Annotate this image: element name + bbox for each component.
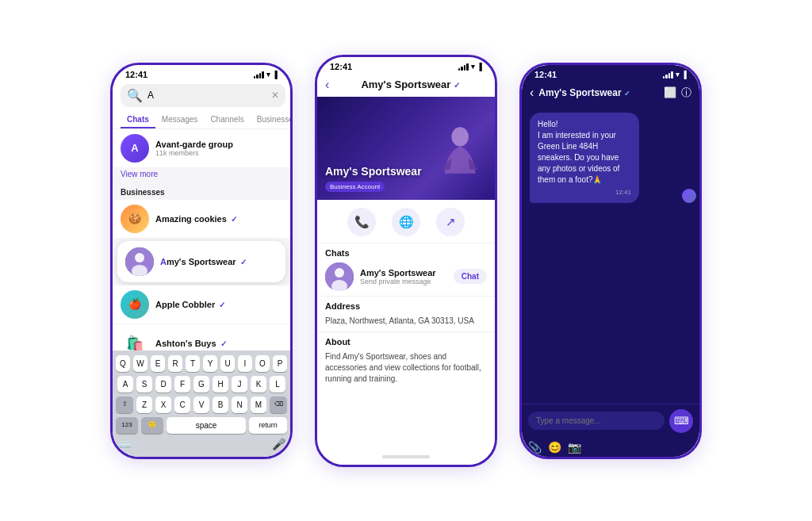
- status-time-3: 12:41: [534, 70, 557, 79]
- view-more[interactable]: View more: [113, 168, 290, 182]
- video-icon[interactable]: ⬜: [664, 86, 676, 98]
- profile-title: Amy's Sportswear ✓: [334, 79, 487, 90]
- chat-back-button[interactable]: ‹: [530, 86, 534, 100]
- key-f[interactable]: F: [174, 376, 190, 393]
- item-info-cobbler: Apple Cobbler ✓: [155, 300, 282, 309]
- call-button[interactable]: 📞: [347, 208, 376, 236]
- item-name-cobbler: Apple Cobbler ✓: [155, 300, 282, 309]
- key-z[interactable]: Z: [136, 396, 152, 413]
- svg-point-1: [135, 253, 144, 262]
- key-s[interactable]: S: [136, 376, 152, 393]
- list-item[interactable]: 🛍️ Ashton's Buys ✓: [113, 324, 290, 351]
- key-u[interactable]: U: [220, 355, 235, 372]
- attachment-icon[interactable]: 📎: [528, 441, 542, 454]
- chat-input[interactable]: [528, 412, 665, 430]
- home-indicator: [317, 449, 495, 465]
- key-delete[interactable]: ⌫: [270, 396, 287, 413]
- tab-messages[interactable]: Messages: [155, 112, 205, 128]
- chat-input-area: ⌨: [522, 404, 699, 438]
- name-highlight: A: [160, 257, 167, 266]
- key-g[interactable]: G: [193, 376, 209, 393]
- avatar-sportswear: [125, 247, 154, 276]
- share-button[interactable]: ↗: [436, 208, 465, 236]
- list-item[interactable]: 🍎 Apple Cobbler ✓: [113, 285, 290, 324]
- wifi-icon-1: ▾: [266, 71, 270, 79]
- wifi-icon-3: ▾: [676, 71, 680, 79]
- message-wrapper: Hello! I am interested in your Green Lin…: [530, 113, 691, 203]
- battery-icon-1: ▐: [273, 71, 278, 79]
- chats-section-label: Chats: [325, 248, 487, 258]
- camera-icon[interactable]: 📷: [568, 441, 581, 454]
- key-h[interactable]: H: [213, 376, 228, 393]
- item-name-buys: Ashton's Buys ✓: [155, 339, 282, 348]
- about-label: About: [325, 337, 487, 347]
- key-n[interactable]: N: [232, 396, 247, 413]
- key-l[interactable]: L: [270, 376, 285, 393]
- status-bar-3: 12:41 ▾ ▐: [522, 65, 699, 81]
- keyboard-row-3: ⇧ Z X C V B N M ⌫: [116, 396, 287, 413]
- hero-text-overlay: Amy's Sportswear Business Account: [325, 165, 422, 192]
- send-button[interactable]: ⌨: [669, 409, 693, 433]
- key-b[interactable]: B: [213, 396, 228, 413]
- clear-icon[interactable]: ✕: [271, 90, 279, 101]
- key-return[interactable]: return: [249, 417, 287, 434]
- keyboard[interactable]: Q W E R T Y U I O P A S D F G H: [113, 351, 290, 457]
- key-w[interactable]: W: [133, 355, 147, 372]
- businesses-label: Businesses: [113, 182, 290, 200]
- list-item-sportswear[interactable]: Amy's Sportswear ✓: [117, 241, 285, 282]
- profile-header: ‹ Amy's Sportswear ✓: [317, 73, 495, 97]
- key-shift[interactable]: ⇧: [116, 396, 133, 413]
- list-item[interactable]: 🍪 Amazing cookies ✓: [113, 200, 290, 238]
- phone-search: 12:41 ▾ ▐ 🔍 ✕ Cancel: [110, 63, 293, 459]
- search-header: 🔍 ✕ Cancel: [113, 81, 290, 107]
- search-input[interactable]: [147, 90, 266, 101]
- key-p[interactable]: P: [273, 355, 287, 372]
- key-a[interactable]: A: [117, 376, 133, 393]
- web-button[interactable]: 🌐: [392, 208, 420, 236]
- key-k[interactable]: K: [251, 376, 266, 393]
- item-info-avant: Avant-garde group 11k members: [155, 140, 282, 157]
- key-m[interactable]: M: [251, 396, 266, 413]
- item-info-sportswear: Amy's Sportswear ✓: [160, 257, 278, 266]
- name-rest: my's Sportswear: [167, 257, 236, 266]
- key-i[interactable]: I: [238, 355, 252, 372]
- status-bar-1: 12:41 ▾ ▐: [113, 65, 290, 81]
- back-button[interactable]: ‹: [325, 78, 329, 92]
- key-e[interactable]: E: [151, 355, 165, 372]
- tab-channels[interactable]: Channels: [204, 112, 250, 128]
- avatar-avant: A: [121, 134, 149, 163]
- key-q[interactable]: Q: [116, 355, 130, 372]
- verified-check: ✓: [219, 301, 225, 309]
- key-c[interactable]: C: [174, 396, 190, 413]
- key-x[interactable]: X: [155, 396, 171, 413]
- key-v[interactable]: V: [193, 396, 209, 413]
- key-o[interactable]: O: [255, 355, 270, 372]
- chat-button[interactable]: Chat: [454, 269, 487, 284]
- key-t[interactable]: T: [186, 355, 200, 372]
- search-bar[interactable]: 🔍 ✕: [121, 84, 285, 107]
- sticker-icon[interactable]: 😊: [548, 441, 561, 454]
- list-item[interactable]: A Avant-garde group 11k members: [113, 129, 290, 167]
- tab-businesses[interactable]: Businesses: [251, 112, 290, 128]
- info-icon[interactable]: ⓘ: [681, 86, 691, 100]
- mic-icon[interactable]: 🎤: [272, 438, 285, 450]
- keyboard-row-2: A S D F G H J K L: [116, 376, 287, 393]
- status-icons-3: ▾ ▐: [663, 71, 687, 79]
- key-emoji[interactable]: 🙂: [141, 417, 163, 434]
- verified-check-sportswear: ✓: [240, 258, 247, 266]
- avatar-chat: [325, 262, 354, 291]
- status-icons-2: ▾ ▐: [458, 63, 482, 71]
- keyboard-icon[interactable]: ⌨️: [117, 438, 131, 450]
- key-j[interactable]: J: [232, 376, 247, 393]
- key-d[interactable]: D: [155, 376, 171, 393]
- key-numbers[interactable]: 123: [116, 417, 138, 434]
- tab-chats[interactable]: Chats: [121, 112, 155, 128]
- item-name-sportswear: Amy's Sportswear ✓: [160, 257, 278, 266]
- key-y[interactable]: Y: [203, 355, 217, 372]
- chat-header-icons: ⬜ ⓘ: [664, 86, 691, 100]
- svg-point-5: [335, 268, 344, 278]
- name-text: Amazing cookies: [155, 214, 227, 224]
- key-r[interactable]: R: [168, 355, 182, 372]
- item-info-cookies: Amazing cookies ✓: [155, 214, 282, 224]
- key-space[interactable]: space: [167, 417, 246, 434]
